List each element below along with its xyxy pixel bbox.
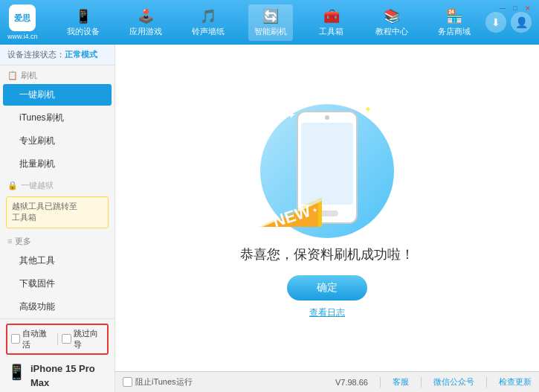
nav-my-device-label: 我的设备 bbox=[67, 26, 100, 37]
device-item: 📱 iPhone 15 Pro Max 512GB iPhone bbox=[6, 359, 109, 392]
jailbreak-notice: 越狱工具已跳转至工具箱 bbox=[6, 196, 109, 228]
bottom-bar-left: 阻止iTunes运行 bbox=[123, 376, 335, 388]
window-controls: — □ ✕ bbox=[497, 3, 533, 13]
status-value: 正常模式 bbox=[65, 50, 97, 59]
check-update-link[interactable]: 检查更新 bbox=[499, 376, 532, 388]
my-device-icon: 📱 bbox=[75, 8, 91, 25]
ringtone-icon: 🎵 bbox=[200, 8, 216, 25]
svg-point-3 bbox=[325, 115, 329, 120]
apps-games-icon: 🕹️ bbox=[138, 8, 154, 25]
sparkle-2: ✦ bbox=[364, 104, 372, 115]
checkbox-divider bbox=[57, 333, 58, 345]
customer-service-link[interactable]: 客服 bbox=[393, 376, 409, 388]
status-label: 设备连接状态： bbox=[7, 50, 65, 59]
flash-section-label: 刷机 bbox=[21, 70, 37, 81]
nav-apps-label: 应用游戏 bbox=[129, 26, 162, 37]
auto-activate-checkbox[interactable]: 自动激活 bbox=[11, 328, 53, 350]
header: 爱思 www.i4.cn 📱 我的设备 🕹️ 应用游戏 🎵 铃声墙纸 🔄 智能刷… bbox=[0, 0, 539, 45]
jailbreak-icon: 🔒 bbox=[7, 181, 18, 190]
itunes-label: 阻止iTunes运行 bbox=[135, 376, 193, 388]
content-wrapper: ✦ ✦ ✦ bbox=[115, 45, 539, 392]
user-button[interactable]: 👤 bbox=[511, 12, 532, 33]
auto-activate-checkbox-box[interactable] bbox=[11, 334, 20, 344]
nav-ringtone-label: 铃声墙纸 bbox=[192, 26, 225, 37]
skip-guide-checkbox[interactable]: 跳过向导 bbox=[62, 328, 103, 350]
sidebar-download-firmware[interactable]: 下载固件 bbox=[3, 273, 112, 295]
flash-section-header: 📋 刷机 bbox=[0, 65, 114, 83]
win-minimize[interactable]: — bbox=[497, 3, 508, 13]
version-text: V7.98.66 bbox=[335, 378, 368, 387]
bottom-bar: 阻止iTunes运行 V7.98.66 客服 微信公众号 检查更新 bbox=[115, 371, 539, 392]
svg-text:★: ★ bbox=[312, 207, 317, 213]
auto-activate-row: 自动激活 跳过向导 bbox=[6, 324, 109, 355]
logo: 爱思 www.i4.cn bbox=[7, 4, 38, 40]
sidebar-itunes-flash[interactable]: iTunes刷机 bbox=[3, 107, 112, 129]
smart-flash-icon: 🔄 bbox=[262, 8, 279, 25]
skip-guide-checkbox-box[interactable] bbox=[62, 334, 71, 344]
jailbreak-section-header: 🔒 一键越狱 bbox=[0, 176, 114, 193]
itunes-checkbox[interactable] bbox=[123, 377, 132, 387]
more-section-label: 更多 bbox=[15, 236, 31, 247]
win-close[interactable]: ✕ bbox=[523, 3, 533, 13]
sparkle-3: ✦ bbox=[381, 119, 387, 127]
logo-icon: 爱思 bbox=[9, 4, 36, 31]
nav-services[interactable]: 🏪 务店商域 bbox=[432, 4, 477, 41]
confirm-button[interactable]: 确定 bbox=[287, 275, 367, 301]
status-bar: 设备连接状态：正常模式 bbox=[0, 45, 114, 65]
nav-smart-flash[interactable]: 🔄 智能刷机 bbox=[248, 4, 293, 41]
device-name: iPhone 15 Pro Max bbox=[30, 362, 107, 391]
svg-text:★: ★ bbox=[262, 211, 268, 217]
jailbreak-section-label: 一键越狱 bbox=[21, 180, 54, 191]
sidebar-one-key-flash[interactable]: 一键刷机 bbox=[3, 84, 112, 106]
sep2 bbox=[421, 377, 422, 388]
log-link[interactable]: 查看日志 bbox=[309, 306, 345, 319]
nav-apps-games[interactable]: 🕹️ 应用游戏 bbox=[123, 4, 168, 41]
success-illustration: ✦ ✦ ✦ bbox=[253, 97, 401, 245]
nav-tutorial-label: 教程中心 bbox=[375, 26, 408, 37]
sidebar-pro-flash[interactable]: 专业刷机 bbox=[3, 130, 112, 152]
sidebar-batch-flash[interactable]: 批量刷机 bbox=[3, 153, 112, 175]
skip-guide-label: 跳过向导 bbox=[74, 328, 103, 350]
sidebar-bottom: 自动激活 跳过向导 📱 iPhone 15 Pro Max 512GB iPho… bbox=[0, 318, 114, 392]
wechat-link[interactable]: 微信公众号 bbox=[433, 376, 474, 388]
content-area: ✦ ✦ ✦ bbox=[115, 45, 539, 371]
nav-toolbox[interactable]: 🧰 工具箱 bbox=[311, 4, 352, 41]
win-maximize[interactable]: □ bbox=[510, 3, 520, 13]
toolbox-icon: 🧰 bbox=[323, 8, 340, 25]
sidebar: 设备连接状态：正常模式 📋 刷机 一键刷机 iTunes刷机 专业刷机 批量刷机… bbox=[0, 45, 115, 392]
auto-activate-label: 自动激活 bbox=[22, 328, 52, 350]
itunes-toggle[interactable]: 阻止iTunes运行 bbox=[123, 376, 193, 388]
download-button[interactable]: ⬇ bbox=[485, 12, 506, 33]
logo-url: www.i4.cn bbox=[7, 33, 38, 40]
device-phone-icon: 📱 bbox=[7, 363, 26, 381]
nav-my-device[interactable]: 📱 我的设备 bbox=[61, 4, 106, 41]
flash-section-icon: 📋 bbox=[7, 71, 18, 80]
nav-toolbox-label: 工具箱 bbox=[319, 26, 343, 37]
sep1 bbox=[380, 377, 381, 388]
sidebar-advanced[interactable]: 高级功能 bbox=[3, 296, 112, 318]
sidebar-other-tools[interactable]: 其他工具 bbox=[3, 250, 112, 271]
bottom-bar-right: V7.98.66 客服 微信公众号 检查更新 bbox=[335, 376, 532, 388]
nav-ringtone[interactable]: 🎵 铃声墙纸 bbox=[186, 4, 230, 41]
services-icon: 🏪 bbox=[446, 8, 462, 25]
new-banner: NEW ★ ★ bbox=[259, 190, 322, 227]
main-nav: 📱 我的设备 🕹️ 应用游戏 🎵 铃声墙纸 🔄 智能刷机 🧰 工具箱 📚 bbox=[53, 4, 485, 41]
more-section-icon: ≡ bbox=[7, 237, 12, 245]
device-info: iPhone 15 Pro Max 512GB iPhone bbox=[30, 362, 107, 392]
success-text: 恭喜您，保资料刷机成功啦！ bbox=[240, 245, 414, 263]
nav-tutorial[interactable]: 📚 教程中心 bbox=[369, 4, 414, 41]
new-banner-svg: NEW ★ ★ bbox=[259, 190, 322, 227]
tutorial-icon: 📚 bbox=[384, 8, 400, 25]
nav-services-label: 务店商域 bbox=[438, 26, 471, 37]
nav-smart-flash-label: 智能刷机 bbox=[254, 26, 287, 37]
more-section-header: ≡ 更多 bbox=[0, 231, 114, 249]
sep3 bbox=[486, 377, 487, 388]
header-right: ⬇ 👤 bbox=[485, 12, 532, 33]
main-layout: 设备连接状态：正常模式 📋 刷机 一键刷机 iTunes刷机 专业刷机 批量刷机… bbox=[0, 45, 539, 392]
